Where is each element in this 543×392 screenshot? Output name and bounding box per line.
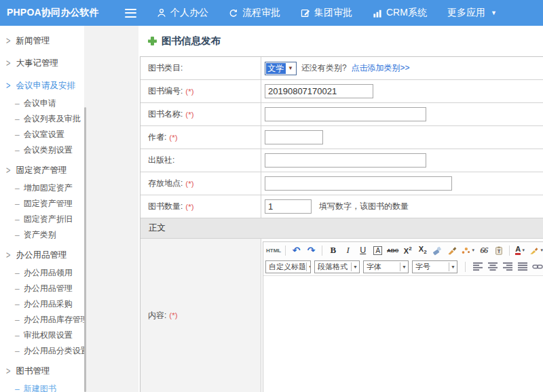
italic-icon[interactable]: I: [341, 243, 355, 257]
book-no-input[interactable]: [265, 84, 373, 98]
editor-canvas[interactable]: [263, 276, 543, 392]
approval-edit-icon: [301, 8, 310, 18]
nav-item-1[interactable]: 流程审批: [229, 7, 280, 19]
dash-icon: –: [15, 99, 20, 109]
subscript-icon[interactable]: X2: [415, 243, 430, 257]
sidebar-group-3[interactable]: >固定资产管理: [0, 160, 84, 180]
superscript-icon[interactable]: X2: [400, 243, 415, 257]
form-row-publisher: 出版社:: [141, 149, 543, 172]
sidebar-item[interactable]: –会议类别设置: [0, 142, 84, 158]
sidebar-item[interactable]: –固定资产折旧: [0, 212, 84, 227]
align-center-icon[interactable]: [485, 260, 500, 273]
sidebar-item[interactable]: –办公用品管理: [0, 281, 84, 296]
hamburger-menu-icon[interactable]: [125, 9, 136, 18]
bold-icon[interactable]: B: [326, 243, 340, 257]
sidebar-group-1[interactable]: >大事记管理: [0, 53, 84, 73]
sidebar-item[interactable]: –会议列表及审批: [0, 111, 84, 127]
paragraph-format-select[interactable]: 段落格式▼: [314, 260, 360, 273]
author-input[interactable]: [265, 130, 323, 144]
sidebar-item-label: 会议列表及审批: [24, 113, 81, 125]
form-row-book-name: 图书名称: (*): [141, 103, 543, 126]
font-family-select[interactable]: 字体▼: [363, 260, 409, 273]
sidebar-group-label: 大事记管理: [16, 58, 58, 69]
eraser-icon[interactable]: [430, 243, 445, 257]
location-input[interactable]: [265, 176, 452, 191]
caret-down-icon: ▼: [491, 9, 497, 16]
page-title-text: 图书信息发布: [162, 35, 221, 47]
autoformat-icon[interactable]: ▼: [460, 243, 476, 257]
publisher-label: 出版社:: [141, 149, 261, 172]
dash-icon: –: [15, 385, 20, 392]
sidebar-group-2[interactable]: >会议申请及安排: [0, 75, 84, 96]
highlight-color-icon[interactable]: ▼: [528, 243, 543, 257]
html-source-button[interactable]: HTML: [265, 243, 282, 257]
book-name-label: 图书名称: (*): [141, 103, 261, 125]
body-section-header: 正文: [141, 218, 543, 239]
sidebar-item-label: 办公用品领用: [24, 267, 73, 279]
category-select-value: 文学: [266, 63, 286, 74]
quantity-input[interactable]: [265, 199, 312, 214]
sidebar-group-label: 图书管理: [16, 366, 50, 377]
dash-icon: –: [15, 300, 20, 309]
autotypeset-icon[interactable]: A: [371, 243, 385, 257]
undo-icon[interactable]: ↶: [289, 243, 303, 257]
form-row-book-no: 图书编号: (*): [141, 80, 543, 103]
align-right-icon[interactable]: [500, 260, 514, 273]
sidebar-item[interactable]: –固定资产管理: [0, 196, 84, 212]
sidebar-item-label: 固定资产折旧: [24, 214, 73, 225]
sidebar-item[interactable]: –新建图书: [0, 381, 84, 392]
sidebar-item[interactable]: –会议室设置: [0, 127, 84, 142]
dash-icon: –: [15, 146, 20, 155]
dash-icon: –: [15, 231, 20, 240]
sidebar-item[interactable]: –办公用品分类设置: [0, 343, 84, 359]
format-brush-icon[interactable]: [445, 243, 460, 257]
editor-toolbar-row1: HTML↶↷BIUAABCX2X2▼66TA▼▼12▼▼: [263, 242, 543, 258]
nav-item-label: 集团审批: [314, 7, 352, 19]
sidebar-group-4[interactable]: >办公用品管理: [0, 245, 84, 265]
add-category-link[interactable]: 点击添加类别>>: [352, 62, 410, 74]
custom-heading-select-value: 自定义标题: [269, 262, 306, 272]
sidebar-item[interactable]: –审批权限设置: [0, 328, 84, 343]
dash-icon: –: [15, 215, 20, 224]
paste-text-icon[interactable]: T: [491, 243, 506, 257]
nav-item-3[interactable]: CRM系统: [373, 7, 427, 19]
sidebar-item[interactable]: –增加固定资产: [0, 180, 84, 196]
nav-item-0[interactable]: 个人办公: [157, 7, 208, 19]
font-color-icon[interactable]: A▼: [513, 243, 527, 257]
category-select[interactable]: 文学 ▼: [265, 62, 297, 75]
redo-icon[interactable]: ↷: [304, 243, 318, 257]
sidebar-group-5[interactable]: >图书管理: [0, 361, 84, 381]
caret-down-icon: ▼: [400, 262, 408, 271]
custom-heading-select[interactable]: 自定义标题▼: [265, 260, 311, 273]
book-name-input[interactable]: [265, 107, 426, 121]
align-left-icon[interactable]: [470, 260, 485, 273]
sidebar-item[interactable]: –办公用品库存管理: [0, 312, 84, 328]
app-logo: PHPOA协同办公软件: [0, 7, 121, 19]
align-justify-icon[interactable]: [515, 260, 529, 273]
publisher-input[interactable]: [265, 153, 426, 168]
sidebar-item[interactable]: –会议申请: [0, 96, 84, 111]
content-label: 内容: (*): [141, 239, 261, 392]
sidebar-group-0[interactable]: >新闻管理: [0, 31, 84, 51]
dash-icon: –: [15, 284, 20, 294]
link-icon[interactable]: [530, 260, 543, 273]
book-no-label: 图书编号: (*): [141, 80, 261, 102]
nav-item-2[interactable]: 集团审批: [301, 7, 352, 19]
dash-icon: –: [15, 347, 20, 356]
nav-item-4[interactable]: 更多应用▼: [447, 7, 497, 19]
sidebar-item[interactable]: –办公用品采购: [0, 296, 84, 312]
sidebar-group-label: 新闻管理: [16, 35, 50, 47]
process-icon: [229, 8, 238, 18]
strikethrough-icon[interactable]: ABC: [386, 243, 400, 257]
underline-icon[interactable]: U: [356, 243, 370, 257]
form-row-content: 内容: (*) HTML↶↷BIUAABCX2X2▼66TA▼▼12▼▼ 自定义…: [140, 239, 543, 392]
sidebar-item-label: 会议类别设置: [24, 144, 73, 156]
sidebar-item[interactable]: –办公用品领用: [0, 265, 84, 281]
sidebar-item[interactable]: –资产类别: [0, 227, 84, 243]
font-size-select[interactable]: 字号▼: [412, 260, 457, 273]
dash-icon: –: [15, 184, 20, 193]
sidebar-item-label: 增加固定资产: [24, 182, 73, 194]
blockquote-icon[interactable]: 66: [476, 243, 491, 257]
sidebar-scrollbar[interactable]: [84, 107, 86, 392]
sidebar-item-label: 固定资产管理: [24, 198, 73, 210]
